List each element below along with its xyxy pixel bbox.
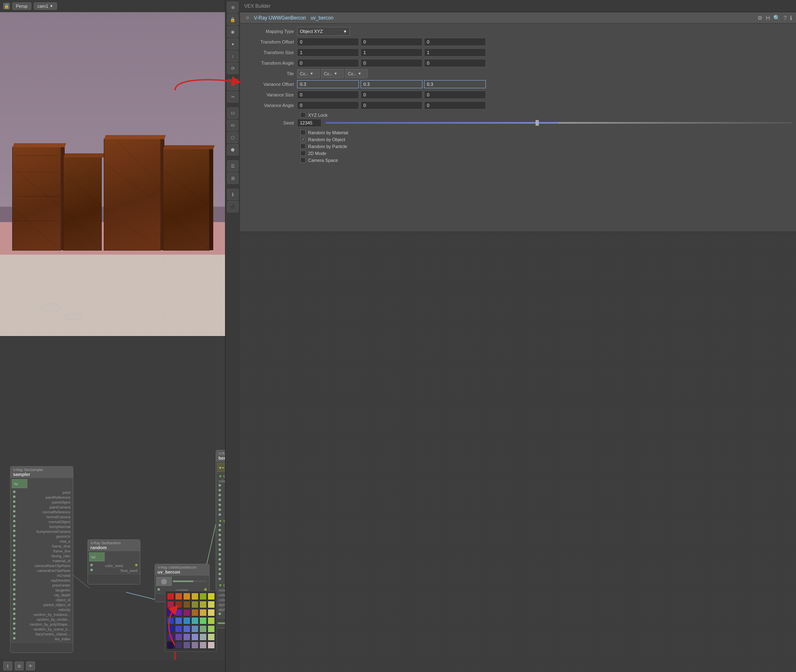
mapping-type-dropdown[interactable]: Object XYZ ▼ bbox=[297, 27, 350, 36]
color-swatch-amber[interactable] bbox=[183, 593, 190, 600]
color-swatch-sage[interactable] bbox=[199, 625, 207, 633]
toolbar-icon-rotate[interactable]: ⟳ bbox=[227, 63, 238, 74]
variance-size-y[interactable] bbox=[361, 91, 422, 99]
help-icon[interactable]: ? bbox=[783, 15, 787, 21]
toolbar-icon-hex1[interactable]: ⬡ bbox=[227, 132, 238, 143]
toolbar-icon-cut[interactable]: ✂ bbox=[227, 91, 238, 103]
color-swatch-yellow-green[interactable] bbox=[199, 593, 207, 600]
variance-angle-y[interactable] bbox=[361, 101, 422, 109]
eye-icon-bottom[interactable]: 👁 bbox=[26, 661, 35, 670]
color-swatch-light-green[interactable] bbox=[208, 633, 215, 641]
color-swatch-very-dark-purple[interactable] bbox=[167, 641, 174, 649]
color-swatch-pink-gray[interactable] bbox=[199, 641, 207, 649]
color-swatch-blue-gray[interactable] bbox=[199, 633, 207, 641]
perspective-btn[interactable]: Persp bbox=[12, 2, 31, 10]
camera-btn[interactable]: cam1 ▼ bbox=[34, 2, 57, 10]
variance-offset-x[interactable] bbox=[297, 80, 359, 88]
variance-offset-y[interactable] bbox=[361, 80, 422, 88]
variance-angle-z[interactable] bbox=[424, 101, 486, 109]
color-swatch-periwinkle[interactable] bbox=[183, 625, 190, 633]
seed-input[interactable] bbox=[297, 119, 321, 127]
transform-size-y[interactable] bbox=[361, 48, 422, 57]
tile-btn-y[interactable]: Co... ▼ bbox=[321, 69, 343, 78]
variance-angle-x[interactable] bbox=[297, 101, 359, 109]
color-swatch-gold[interactable] bbox=[199, 609, 207, 616]
color-swatch-purple-gray[interactable] bbox=[183, 641, 190, 649]
color-swatch-yellow[interactable] bbox=[191, 593, 199, 600]
color-swatch-bright-blue[interactable] bbox=[175, 625, 182, 633]
variance-size-z[interactable] bbox=[424, 91, 486, 99]
toolbar-icon-42[interactable]: 42 bbox=[227, 120, 238, 131]
color-swatch-blue[interactable] bbox=[167, 617, 174, 624]
color-swatch-dark-blue[interactable] bbox=[167, 625, 174, 633]
color-swatch-medium-purple[interactable] bbox=[175, 633, 182, 641]
color-swatch-deep-purple[interactable] bbox=[175, 641, 182, 649]
toolbar-icon-12[interactable]: 12 bbox=[227, 107, 238, 119]
color-swatch-olive[interactable] bbox=[191, 601, 199, 608]
random-by-particle-checkbox[interactable] bbox=[300, 144, 306, 149]
toolbar-icon-pencil[interactable]: ✏ bbox=[227, 79, 238, 90]
tile-btn-z[interactable]: Co... ▼ bbox=[345, 69, 367, 78]
toolbar-icon-hex2[interactable]: ⬢ bbox=[227, 144, 238, 155]
transform-angle-z[interactable] bbox=[424, 59, 486, 67]
random-by-material-checkbox[interactable] bbox=[300, 130, 306, 135]
color-swatch-purple[interactable] bbox=[175, 609, 182, 616]
color-swatch-brown[interactable] bbox=[175, 601, 182, 608]
search-icon[interactable]: 🔍 bbox=[773, 15, 780, 21]
toolbar-icon-sphere[interactable]: ◉ bbox=[227, 26, 238, 37]
transform-offset-z[interactable] bbox=[424, 38, 486, 46]
color-swatch-yellow-olive[interactable] bbox=[199, 601, 207, 608]
xyz-lock-checkbox[interactable] bbox=[300, 112, 306, 118]
random-node[interactable]: V-Ray TexRandom random %/ color_seed flo… bbox=[87, 539, 140, 585]
color-swatch-violet[interactable] bbox=[183, 609, 190, 616]
color-swatch-lime[interactable] bbox=[208, 593, 215, 600]
seed-slider[interactable] bbox=[326, 122, 792, 124]
gear-icon[interactable]: ⚙ bbox=[757, 15, 763, 21]
transform-offset-y[interactable] bbox=[361, 38, 422, 46]
color-swatch-pale-lime[interactable] bbox=[208, 601, 215, 608]
bercon-node[interactable]: V-Ray TexBerconWood berconWood ▼✏ ▼ Main… bbox=[216, 450, 225, 628]
color-swatch-lavender-blue[interactable] bbox=[183, 633, 190, 641]
transform-size-z[interactable] bbox=[424, 48, 486, 57]
color-swatch-dark-red[interactable] bbox=[167, 601, 174, 608]
variance-offset-z[interactable] bbox=[424, 80, 486, 88]
random-by-object-checkbox[interactable]: ✓ bbox=[300, 137, 306, 142]
sampler-node[interactable]: V-Ray TexSampler sampler %/ point paintR… bbox=[10, 466, 73, 653]
color-swatch-pale-pink[interactable] bbox=[208, 641, 215, 649]
color-swatch-green[interactable] bbox=[199, 617, 207, 624]
color-swatch-bright-green[interactable] bbox=[208, 625, 215, 633]
toolbar-icon-info[interactable]: ℹ bbox=[227, 189, 238, 200]
lock-icon[interactable]: 🔒 bbox=[3, 3, 10, 9]
color-swatch-orange[interactable] bbox=[175, 593, 182, 600]
color-swatch-red[interactable] bbox=[167, 593, 174, 600]
color-swatch-teal[interactable] bbox=[191, 617, 199, 624]
grid-icon-bottom[interactable]: ⊞ bbox=[15, 661, 24, 670]
toolbar-icon-menu[interactable]: ☰ bbox=[227, 160, 238, 172]
color-swatch-slate[interactable] bbox=[191, 625, 199, 633]
h-icon[interactable]: H bbox=[766, 15, 770, 21]
toolbar-icon-lock[interactable]: 🔒 bbox=[227, 14, 238, 25]
color-swatch-pale-gold[interactable] bbox=[208, 609, 215, 616]
color-swatch-yellow-green-2[interactable] bbox=[208, 617, 215, 624]
transform-offset-x[interactable] bbox=[297, 38, 359, 46]
transform-angle-y[interactable] bbox=[361, 59, 422, 67]
color-swatch-mauve[interactable] bbox=[191, 641, 199, 649]
color-swatch-tan[interactable] bbox=[183, 601, 190, 608]
toolbar-icon-grid[interactable]: ⊞ bbox=[227, 172, 238, 184]
info-icon-bottom[interactable]: ℹ bbox=[3, 661, 12, 670]
toolbar-icon-square[interactable]: ⬛ bbox=[227, 201, 238, 212]
color-swatch-dark-purple[interactable] bbox=[167, 609, 174, 616]
camera-space-checkbox[interactable] bbox=[300, 157, 306, 163]
color-swatch-indigo[interactable] bbox=[167, 633, 174, 641]
info-icon-props[interactable]: ℹ bbox=[790, 15, 792, 21]
2d-mode-checkbox[interactable] bbox=[300, 151, 306, 156]
toolbar-icon-bulb[interactable]: ● bbox=[227, 38, 238, 50]
transform-angle-x[interactable] bbox=[297, 59, 359, 67]
color-swatch-cyan-blue[interactable] bbox=[183, 617, 190, 624]
variance-size-x[interactable] bbox=[297, 91, 359, 99]
color-swatch-dark-orange[interactable] bbox=[191, 609, 199, 616]
toolbar-icon-crosshair[interactable]: ⊕ bbox=[227, 2, 238, 13]
color-swatch-soft-blue[interactable] bbox=[191, 633, 199, 641]
tile-btn-x[interactable]: Co... ▼ bbox=[297, 69, 319, 78]
transform-size-x[interactable] bbox=[297, 48, 359, 57]
